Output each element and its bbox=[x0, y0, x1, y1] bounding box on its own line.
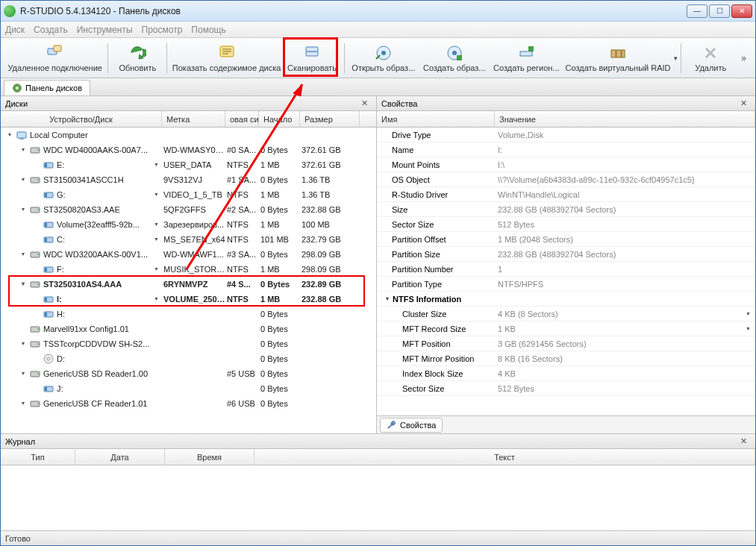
tool-scan-button[interactable]: Сканировать bbox=[283, 40, 341, 76]
prop-row[interactable]: OS Object\\?\Volume{a6b4383d-a89c-11e0-9… bbox=[377, 172, 755, 187]
col-type[interactable]: Тип bbox=[1, 449, 75, 465]
expander-icon[interactable]: ▾ bbox=[5, 131, 13, 139]
titlebar[interactable]: R-STUDIO 5.4.134120 - Панель дисков — ☐ … bbox=[1, 1, 755, 22]
expander-icon[interactable] bbox=[32, 235, 40, 243]
expander-icon[interactable] bbox=[32, 190, 40, 198]
col-start[interactable]: Начало bbox=[259, 111, 300, 127]
disks-panel-close-icon[interactable]: ✕ bbox=[357, 98, 372, 109]
prop-row[interactable]: Partition TypeNTFS/HPFS bbox=[377, 277, 755, 292]
expander-icon[interactable]: ▾ bbox=[19, 145, 27, 154]
prop-row[interactable]: Sector Size512 Bytes bbox=[377, 381, 755, 396]
menu-tools[interactable]: Инструменты bbox=[77, 25, 133, 35]
prop-row[interactable]: Partition Number1 bbox=[377, 262, 755, 277]
expander-icon[interactable]: ▾ bbox=[19, 339, 27, 348]
prop-row[interactable]: NameI: bbox=[377, 142, 755, 157]
col-size[interactable]: Размер bbox=[300, 111, 360, 127]
disk-row[interactable]: ▾ST31500341ASCC1H9VS312VJ#1 SA...0 Bytes… bbox=[1, 172, 376, 187]
tool-refresh-button[interactable]: Обновить bbox=[111, 40, 163, 76]
disk-row[interactable]: ▾TSSTcorpCDDVDW SH-S2...0 Bytes bbox=[1, 336, 376, 351]
tool-createimg-button[interactable]: Создать образ... bbox=[419, 40, 490, 76]
expander-icon[interactable] bbox=[32, 310, 40, 318]
disk-row[interactable]: G:▼VIDEO_1_5_TBNTFS1 MB1.36 TB bbox=[1, 187, 376, 202]
prop-row[interactable]: MFT Record Size1 KB▼ bbox=[377, 321, 755, 336]
expander-icon[interactable]: ▾ bbox=[19, 369, 27, 377]
tool-createreg-button[interactable]: Создать регион... bbox=[490, 40, 563, 76]
expander-icon[interactable] bbox=[32, 265, 40, 273]
disk-row[interactable]: ▾GenericUSB SD Reader1.00#5 USB0 Bytes bbox=[1, 366, 376, 381]
menu-create[interactable]: Создать bbox=[34, 25, 68, 35]
disk-row[interactable]: J:0 Bytes bbox=[1, 381, 376, 396]
expander-icon[interactable]: ▾ bbox=[19, 175, 27, 183]
col-time[interactable]: Время bbox=[165, 449, 254, 465]
disk-row[interactable]: ▾WDC WD4000AAKS-00A7...WD-WMASY02...#0 S… bbox=[1, 142, 376, 157]
col-text[interactable]: Текст bbox=[254, 449, 755, 465]
disk-row[interactable]: E:▼USER_DATANTFS1 MB372.61 GB bbox=[1, 157, 376, 172]
tool-vraid-button[interactable]: Создать виртуальный RAID bbox=[563, 40, 673, 76]
prop-row[interactable]: ▾NTFS Information bbox=[377, 292, 755, 307]
disk-row[interactable]: ▾ST3250310AS4.AAA6RYNMVPZ#4 S...0 Bytes2… bbox=[1, 277, 376, 292]
dropdown-icon[interactable]: ▼ bbox=[154, 266, 159, 272]
disk-row[interactable]: ▾Local Computer bbox=[1, 128, 376, 142]
toolbar-overflow-icon[interactable]: » bbox=[737, 53, 751, 63]
prop-row[interactable]: Partition Offset1 MB (2048 Sectors) bbox=[377, 232, 755, 247]
col-device[interactable]: Устройство/Диск bbox=[1, 111, 162, 127]
chevron-down-icon[interactable]: ▾ bbox=[674, 54, 678, 62]
expander-icon[interactable] bbox=[32, 295, 40, 303]
expander-icon[interactable] bbox=[32, 354, 40, 363]
disk-row[interactable]: F:▼MUSIK_STORAGENTFS1 MB298.09 GB bbox=[1, 262, 376, 277]
prop-row[interactable]: Drive TypeVolume,Disk bbox=[377, 128, 755, 142]
dropdown-icon[interactable]: ▼ bbox=[154, 296, 159, 301]
dropdown-icon[interactable]: ▼ bbox=[746, 311, 751, 316]
prop-row[interactable]: Index Block Size4 KB bbox=[377, 366, 755, 381]
maximize-button[interactable]: ☐ bbox=[709, 4, 730, 18]
col-name[interactable]: Имя bbox=[377, 111, 495, 127]
props-panel-close-icon[interactable]: ✕ bbox=[737, 98, 751, 109]
disk-row[interactable]: ▾WDC WD3200AAKS-00V1...WD-WMAWF1...#3 SA… bbox=[1, 247, 376, 262]
prop-row[interactable]: Sector Size512 Bytes bbox=[377, 217, 755, 232]
menu-disk[interactable]: Диск bbox=[5, 25, 25, 35]
menu-help[interactable]: Помощь bbox=[191, 25, 225, 35]
close-button[interactable]: ✕ bbox=[731, 4, 752, 18]
prop-row[interactable]: R-Studio DriverWinNT\Handle\Logical bbox=[377, 187, 755, 202]
prop-row[interactable]: MFT Position3 GB (6291456 Sectors) bbox=[377, 336, 755, 351]
disk-row[interactable]: ▾GenericUSB CF Reader1.01#6 USB0 Bytes bbox=[1, 396, 376, 411]
expander-icon[interactable] bbox=[19, 324, 27, 333]
dropdown-icon[interactable]: ▼ bbox=[154, 162, 159, 167]
prop-row[interactable]: Cluster Size4 KB (8 Sectors)▼ bbox=[377, 307, 755, 321]
tool-openimg-button[interactable]: Открыть образ... bbox=[348, 40, 419, 76]
expander-icon[interactable]: ▾ bbox=[19, 205, 27, 213]
tab-panel-disks[interactable]: Панель дисков bbox=[4, 80, 90, 95]
expander-icon[interactable] bbox=[32, 220, 40, 228]
prop-row[interactable]: Mount PointsI:\ bbox=[377, 157, 755, 172]
expander-icon[interactable]: ▾ bbox=[19, 250, 27, 258]
tool-delete-button[interactable]: Удалить bbox=[684, 40, 737, 76]
expander-icon[interactable]: ▾ bbox=[19, 280, 27, 288]
log-panel-close-icon[interactable]: ✕ bbox=[737, 436, 751, 447]
disk-row[interactable]: Volume{32eafff5-92b...▼Зарезервиров...NT… bbox=[1, 217, 376, 232]
prop-row[interactable]: Size232.88 GB (488392704 Sectors) bbox=[377, 202, 755, 217]
dropdown-icon[interactable]: ▼ bbox=[746, 326, 751, 331]
disk-tree[interactable]: ▾Local Computer▾WDC WD4000AAKS-00A7...WD… bbox=[1, 128, 376, 433]
expander-icon[interactable]: ▾ bbox=[19, 399, 27, 407]
disk-row[interactable]: Marvell91xx Config1.010 Bytes bbox=[1, 321, 376, 336]
tab-properties[interactable]: Свойства bbox=[380, 418, 443, 433]
disk-row[interactable]: ▾ST3250820AS3.AAE5QF2GFFS#2 SA...0 Bytes… bbox=[1, 202, 376, 217]
disk-row[interactable]: I:▼VOLUME_250GBNTFS1 MB232.88 GB bbox=[1, 292, 376, 307]
disk-row[interactable]: C:▼MS_SE7EN_x64NTFS101 MB232.79 GB bbox=[1, 232, 376, 247]
expander-icon[interactable]: ▾ bbox=[383, 295, 391, 303]
col-fs[interactable]: овая си bbox=[225, 111, 259, 127]
expander-icon[interactable] bbox=[32, 384, 40, 392]
dropdown-icon[interactable]: ▼ bbox=[154, 236, 159, 242]
minimize-button[interactable]: — bbox=[687, 4, 707, 18]
disk-row[interactable]: H:0 Bytes bbox=[1, 307, 376, 321]
col-date[interactable]: Дата bbox=[75, 449, 165, 465]
col-label[interactable]: Метка bbox=[162, 111, 225, 127]
disk-row[interactable]: D:0 Bytes bbox=[1, 351, 376, 366]
props-grid[interactable]: Drive TypeVolume,DiskNameI:Mount PointsI… bbox=[377, 128, 755, 415]
prop-row[interactable]: Partition Size232.88 GB (488392704 Secto… bbox=[377, 247, 755, 262]
prop-row[interactable]: MFT Mirror Position8 KB (16 Sectors) bbox=[377, 351, 755, 366]
expander-icon[interactable] bbox=[32, 160, 40, 169]
tool-remote-button[interactable]: Удаленное подключение bbox=[5, 40, 104, 76]
dropdown-icon[interactable]: ▼ bbox=[154, 222, 159, 227]
menu-view[interactable]: Просмотр bbox=[142, 25, 183, 35]
